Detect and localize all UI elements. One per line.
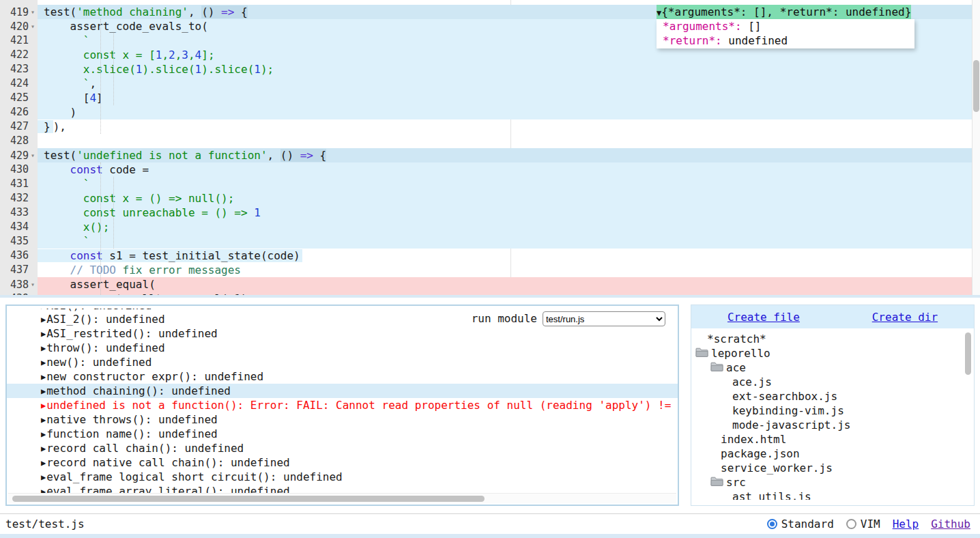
test-result-text: ▶undefined is not a function(): Error: F…	[41, 399, 671, 412]
test-result-item[interactable]: ▶record native call chain(): undefined	[7, 455, 678, 470]
tree-file[interactable]: ext-searchbox.js	[691, 389, 974, 404]
code-line[interactable]: [4]	[38, 91, 972, 105]
test-result-item[interactable]: ▶eval_frame logical short circuit(): und…	[7, 470, 678, 484]
code-line[interactable]: assert_calltree_equal(s1)	[38, 292, 972, 295]
test-result-item[interactable]: ▶new constructor expr(): undefined	[7, 369, 678, 384]
expand-triangle-icon[interactable]: ▶	[41, 358, 46, 367]
tree-item-label: src	[726, 475, 746, 490]
code-token	[44, 163, 70, 176]
code-token: x();	[44, 221, 109, 233]
expand-triangle-icon[interactable]: ▶	[41, 309, 46, 311]
gutter-line: 427	[0, 119, 38, 134]
value-inspector-tooltip: ▼{*arguments*: [], *return*: undefined} …	[657, 5, 914, 48]
code-line[interactable]: const unreachable = () => 1	[38, 206, 972, 220]
code-line[interactable]: )	[38, 105, 972, 119]
code-line[interactable]: const s1 = test_initial_state(code)	[38, 249, 972, 263]
code-line[interactable]	[38, 134, 972, 148]
indent-guide	[113, 177, 114, 249]
run-module-label: run module	[472, 312, 537, 325]
file-tree-scrollbar-thumb[interactable]	[965, 332, 971, 375]
keybinding-vim-option[interactable]: VIM	[846, 518, 880, 530]
expand-triangle-icon[interactable]: ▶	[41, 372, 46, 382]
tree-folder[interactable]: src	[691, 475, 974, 490]
test-result-item[interactable]: ▶new(): undefined	[7, 355, 678, 369]
expand-triangle-icon[interactable]: ▶	[41, 343, 46, 353]
output-hscrollbar[interactable]	[8, 493, 676, 503]
github-link[interactable]: Github	[931, 518, 970, 530]
expand-triangle-icon[interactable]: ▶	[41, 472, 46, 482]
expand-triangle-icon[interactable]: ▶	[41, 315, 46, 324]
tree-file[interactable]: keybinding-vim.js	[691, 404, 974, 418]
line-number: 420	[10, 20, 29, 34]
code-token: assert_code_evals_to(	[44, 20, 208, 33]
tree-file[interactable]: package.json	[691, 447, 974, 461]
code-line[interactable]: `	[38, 177, 972, 191]
editor-scrollbar-thumb[interactable]	[973, 60, 979, 112]
expand-triangle-icon[interactable]: ▶	[41, 415, 46, 425]
keybinding-standard-option[interactable]: Standard	[767, 518, 834, 530]
tree-file[interactable]: ace.js	[691, 375, 974, 389]
expand-triangle-icon[interactable]: ▶	[41, 401, 46, 410]
status-bar-right: Standard VIM Help Github	[767, 518, 970, 530]
fold-arrow-icon[interactable]: ▾	[29, 5, 35, 19]
tree-file[interactable]: ast_utils.js	[691, 490, 974, 500]
test-result-item[interactable]: ▶undefined is not a function(): Error: F…	[7, 398, 678, 412]
code-line[interactable]: const x = () => null();	[38, 191, 972, 206]
code-line[interactable]: x();	[38, 220, 972, 234]
test-results-panel: run moduletest/run.js ▶ASI(): undefined▶…	[5, 305, 679, 506]
test-result-item[interactable]: ▶native throws(): undefined	[7, 412, 678, 427]
code-line[interactable]: const code =	[38, 162, 972, 177]
code-line[interactable]: const x = [1,2,3,4];	[38, 48, 972, 62]
expand-triangle-icon[interactable]: ▶	[41, 329, 46, 339]
code-token: }	[38, 120, 53, 133]
editor-scrollbar[interactable]	[972, 0, 980, 295]
test-result-item[interactable]: ▶record call chain(): undefined	[7, 441, 678, 455]
tree-file[interactable]: mode-javascript.js	[691, 418, 974, 432]
highlighted-code-span: const s1 = test_initial_state(code)	[38, 249, 302, 262]
tree-file[interactable]: index.html	[691, 432, 974, 447]
tooltip-header[interactable]: ▼{*arguments*: [], *return*: undefined}	[657, 5, 911, 19]
tree-item-label: ace.js	[732, 375, 772, 389]
expand-triangle-icon[interactable]: ▶	[41, 458, 46, 468]
test-result-item[interactable]: ▶throw(): undefined	[7, 341, 678, 355]
fold-arrow-icon[interactable]: ▾	[29, 19, 35, 33]
test-result-item[interactable]: ▶ASI_restrited(): undefined	[7, 326, 678, 341]
code-line[interactable]: test('undefined is not a function', () =…	[38, 148, 972, 162]
run-module-select[interactable]: test/run.js	[543, 311, 665, 326]
gutter-line: 429▾	[0, 148, 38, 162]
radio-vim-icon[interactable]	[846, 519, 856, 529]
output-hscrollbar-thumb[interactable]	[12, 496, 485, 502]
code-line[interactable]: `,	[38, 76, 972, 91]
code-token: ,	[175, 48, 182, 61]
help-link[interactable]: Help	[893, 518, 919, 530]
code-line[interactable]: assert_equal(	[38, 277, 972, 292]
radio-standard-icon[interactable]	[767, 519, 777, 529]
gutter-line: 422	[0, 48, 38, 62]
fold-arrow-icon[interactable]: ▾	[29, 148, 35, 162]
code-token	[44, 249, 70, 262]
create-dir-link[interactable]: Create dir	[872, 311, 938, 324]
code-line[interactable]: // TODO fix error messages	[38, 263, 972, 277]
code-token: ()	[201, 5, 221, 18]
create-file-link[interactable]: Create file	[727, 311, 800, 324]
code-line[interactable]: `	[38, 234, 972, 249]
code-line[interactable]: x.slice(1).slice(1).slice(1);	[38, 62, 972, 76]
test-result-item[interactable]: ▶method chaining(): undefined	[7, 384, 678, 398]
test-result-item[interactable]: ▶function name(): undefined	[7, 427, 678, 441]
tooltip-value: undefined	[722, 34, 788, 47]
code-line[interactable]: }),	[38, 119, 972, 134]
fold-arrow-icon[interactable]: ▾	[29, 277, 35, 292]
code-token: ]	[96, 91, 103, 104]
tree-folder[interactable]: leporello	[691, 346, 974, 360]
line-number: 431	[10, 177, 29, 191]
expand-triangle-icon[interactable]: ▶	[41, 429, 46, 439]
expand-triangle-icon[interactable]: ▶	[41, 444, 46, 453]
code-token: ,	[162, 48, 169, 61]
tree-file[interactable]: service_worker.js	[691, 461, 974, 475]
code-token: `	[44, 34, 89, 47]
tree-file[interactable]: *scratch*	[691, 332, 974, 346]
code-token: const unreachable = () =>	[44, 206, 254, 219]
tree-folder[interactable]: ace	[691, 360, 974, 375]
tree-item-label: ace	[726, 360, 746, 375]
expand-triangle-icon[interactable]: ▶	[41, 386, 46, 396]
